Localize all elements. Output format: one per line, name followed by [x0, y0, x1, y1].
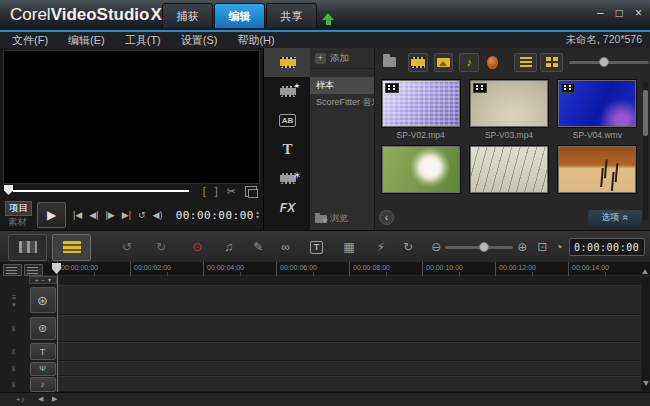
- timeline-view-button[interactable]: [52, 234, 91, 261]
- menu-tools[interactable]: 工具(T): [125, 33, 161, 48]
- split-clip-icon[interactable]: ✂: [227, 185, 236, 198]
- collapse-left-button[interactable]: ‹: [379, 210, 394, 225]
- overlay-track-lock[interactable]: ∞: [0, 315, 28, 342]
- gallery-scroll-thumb[interactable]: [643, 90, 648, 136]
- track-menu-icon[interactable]: ≡: [12, 293, 17, 302]
- category-media[interactable]: [264, 48, 311, 77]
- scroll-left-button[interactable]: ◀: [38, 395, 43, 403]
- filter-audio-button[interactable]: ♪: [459, 53, 479, 72]
- title-track-lane[interactable]: [57, 342, 641, 361]
- library-item[interactable]: [556, 146, 639, 196]
- list-view-button[interactable]: [514, 53, 537, 72]
- video-track-options[interactable]: ≡ ▼: [0, 285, 28, 315]
- timecode-value[interactable]: 00:00:00:00: [176, 209, 254, 222]
- scrubber-handle[interactable]: [4, 185, 13, 195]
- thumbnail-size-slider[interactable]: [569, 55, 636, 69]
- undo-button[interactable]: ↺: [122, 241, 132, 253]
- category-filter[interactable]: FX: [264, 193, 311, 222]
- video-track-lane[interactable]: [57, 285, 641, 315]
- tab-edit[interactable]: 编辑: [214, 3, 265, 29]
- menu-help[interactable]: 帮助(H): [237, 33, 274, 48]
- overlay-track-button[interactable]: ⊛: [30, 317, 56, 340]
- maximize-button[interactable]: □: [616, 6, 623, 20]
- add-folder-row[interactable]: + 添加: [310, 48, 374, 69]
- redo-button[interactable]: ↻: [156, 241, 166, 253]
- zoom-in-button[interactable]: ⊕: [517, 241, 527, 253]
- video-track-button[interactable]: ⊛: [30, 287, 56, 313]
- track-menu-icon[interactable]: ▾: [48, 277, 51, 283]
- filter-360-icon[interactable]: [487, 56, 498, 69]
- category-graphics[interactable]: ∗: [264, 164, 311, 193]
- music-track-lane[interactable]: [57, 376, 641, 392]
- nav-item-scorefitter[interactable]: ScoreFitter 音乐: [310, 94, 374, 111]
- nav-item-samples[interactable]: 样本: [310, 77, 374, 94]
- end-button[interactable]: ▶|: [122, 210, 131, 220]
- mode-clip[interactable]: 素材: [5, 216, 32, 229]
- remove-track-icon[interactable]: −: [41, 277, 45, 283]
- scroll-right-button[interactable]: ▶: [52, 395, 57, 403]
- painting-creator-button[interactable]: ✎: [253, 241, 263, 253]
- add-track-icon[interactable]: +: [35, 277, 39, 283]
- category-instant-project[interactable]: ★: [264, 77, 311, 106]
- subtitle-editor-button[interactable]: T: [310, 241, 324, 254]
- play-button[interactable]: ▶: [37, 202, 66, 228]
- voice-track-lane[interactable]: [57, 361, 641, 376]
- repeat-button[interactable]: ↺: [138, 210, 146, 220]
- library-item[interactable]: SP-V03.mp4: [467, 80, 550, 140]
- scrubber-track[interactable]: [13, 190, 189, 192]
- library-item[interactable]: [379, 146, 462, 196]
- scroll-down-icon[interactable]: [643, 381, 649, 389]
- close-button[interactable]: ×: [635, 6, 642, 20]
- tab-share[interactable]: 共享: [266, 3, 317, 29]
- home-button[interactable]: |◀: [73, 210, 82, 220]
- storyboard-view-button[interactable]: [8, 234, 47, 261]
- timecode-spinner[interactable]: ▴ ▾: [256, 210, 259, 220]
- tab-capture[interactable]: 捕获: [162, 3, 213, 29]
- sound-mixer-button[interactable]: ♫: [224, 241, 233, 253]
- category-transition[interactable]: AB: [264, 106, 311, 135]
- timeline-ruler[interactable]: 00:00:00:00 00:00:02:00 00:00:04:00 00:0…: [0, 262, 650, 276]
- filter-videos-button[interactable]: [408, 53, 428, 72]
- library-item[interactable]: [467, 146, 550, 196]
- overlay-track-lane[interactable]: [57, 315, 641, 342]
- title-track-button[interactable]: T: [30, 343, 56, 360]
- music-track-button[interactable]: ♪: [30, 377, 56, 392]
- mark-out-button[interactable]: ]: [215, 185, 218, 197]
- project-duration-icon[interactable]: ◔: [555, 241, 562, 253]
- fit-project-button[interactable]: ⊡: [537, 241, 547, 253]
- track-manager[interactable]: + − ▾: [29, 276, 57, 284]
- tracks-scrollbar[interactable]: [642, 276, 650, 392]
- volume-button[interactable]: ◀): [153, 210, 163, 220]
- timeline-timecode[interactable]: 0:00:00:00: [569, 238, 645, 256]
- zoom-slider-thumb[interactable]: [479, 242, 489, 252]
- spinner-down-icon[interactable]: ▾: [256, 215, 259, 220]
- slider-thumb[interactable]: [599, 57, 609, 67]
- gallery-scrollbar[interactable]: [643, 82, 648, 220]
- minimize-button[interactable]: –: [597, 6, 604, 20]
- compact-tracks-view-button[interactable]: [24, 264, 43, 276]
- track-dropdown-icon[interactable]: ▼: [11, 302, 17, 308]
- customize-toolbar-button[interactable]: ↻: [403, 241, 413, 253]
- mode-project[interactable]: 项目: [5, 201, 32, 216]
- thumbnail-view-button[interactable]: [540, 53, 563, 72]
- filter-photos-button[interactable]: [434, 53, 454, 72]
- multicam-editor-button[interactable]: ∞: [281, 241, 290, 253]
- mark-in-button[interactable]: [: [203, 185, 206, 197]
- all-tracks-view-button[interactable]: [3, 264, 22, 276]
- options-button[interactable]: 选项 «: [588, 210, 642, 225]
- motion-tracking-button[interactable]: ⚡: [377, 241, 385, 253]
- music-track-lock[interactable]: ∞: [0, 376, 28, 392]
- voice-track-lock[interactable]: ∞: [0, 361, 28, 376]
- menu-edit[interactable]: 编辑(E): [68, 33, 105, 48]
- library-item[interactable]: SP-V02.mp4: [379, 80, 462, 140]
- prev-frame-button[interactable]: ◀|: [89, 210, 98, 220]
- category-title[interactable]: T: [264, 135, 311, 164]
- title-track-lock[interactable]: ∞: [0, 342, 28, 361]
- record-capture-button[interactable]: ⊙: [192, 241, 202, 253]
- import-folder-icon[interactable]: [383, 57, 396, 67]
- voice-track-button[interactable]: Ψ: [30, 362, 56, 376]
- upgrade-arrow-icon[interactable]: [322, 7, 334, 23]
- browse-button[interactable]: 浏览: [315, 212, 348, 225]
- scroll-up-icon[interactable]: [642, 266, 648, 274]
- zoom-out-button[interactable]: ⊖: [431, 241, 441, 253]
